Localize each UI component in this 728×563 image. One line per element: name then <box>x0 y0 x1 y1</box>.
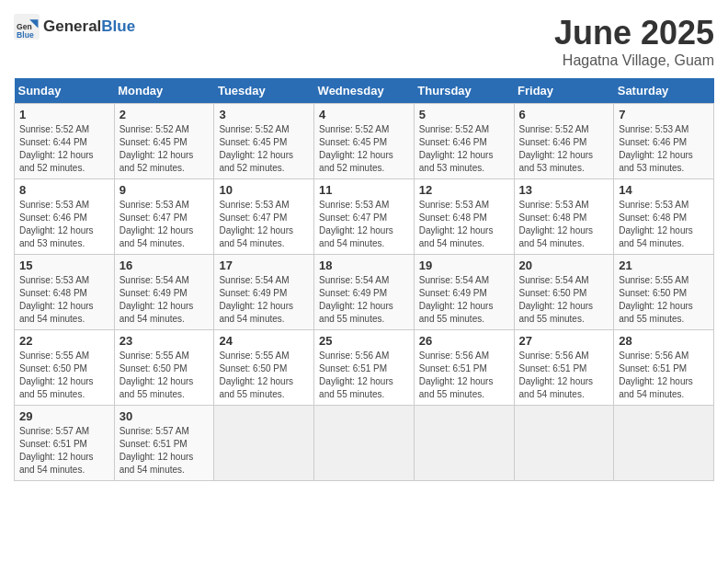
table-row: 1Sunrise: 5:52 AMSunset: 6:44 PMDaylight… <box>15 104 115 179</box>
calendar-table: Sunday Monday Tuesday Wednesday Thursday… <box>14 78 714 481</box>
table-row: 28Sunrise: 5:56 AMSunset: 6:51 PMDayligh… <box>614 330 714 406</box>
table-row: 19Sunrise: 5:54 AMSunset: 6:49 PMDayligh… <box>414 255 514 330</box>
day-number: 2 <box>119 108 210 121</box>
day-info: Sunrise: 5:53 AMSunset: 6:48 PMDaylight:… <box>519 199 609 250</box>
day-number: 13 <box>519 183 609 197</box>
table-row: 24Sunrise: 5:55 AMSunset: 6:50 PMDayligh… <box>214 330 314 406</box>
day-number: 12 <box>419 183 509 197</box>
day-number: 22 <box>19 334 109 348</box>
day-info: Sunrise: 5:52 AMSunset: 6:45 PMDaylight:… <box>319 123 409 175</box>
day-number: 3 <box>219 108 309 121</box>
day-number: 6 <box>519 108 609 121</box>
table-row: 7Sunrise: 5:53 AMSunset: 6:46 PMDaylight… <box>614 104 714 179</box>
table-row: 14Sunrise: 5:53 AMSunset: 6:48 PMDayligh… <box>614 179 714 255</box>
logo-icon: Gen Blue <box>14 14 40 40</box>
day-info: Sunrise: 5:54 AMSunset: 6:49 PMDaylight:… <box>419 274 509 326</box>
table-row <box>414 406 514 481</box>
logo-general-text: General <box>43 17 101 36</box>
day-number: 7 <box>619 108 709 121</box>
day-info: Sunrise: 5:53 AMSunset: 6:46 PMDaylight:… <box>619 123 709 175</box>
table-row: 13Sunrise: 5:53 AMSunset: 6:48 PMDayligh… <box>514 179 614 255</box>
svg-text:Blue: Blue <box>17 30 34 40</box>
logo-blue-text: Blue <box>101 17 135 36</box>
day-number: 14 <box>619 183 709 197</box>
calendar-week-row: 15Sunrise: 5:53 AMSunset: 6:48 PMDayligh… <box>15 255 714 330</box>
day-number: 24 <box>219 334 309 348</box>
location-title: Hagatna Village, Guam <box>554 52 714 69</box>
day-info: Sunrise: 5:52 AMSunset: 6:46 PMDaylight:… <box>519 123 609 175</box>
calendar-body: 1Sunrise: 5:52 AMSunset: 6:44 PMDaylight… <box>15 104 714 481</box>
col-monday: Monday <box>114 78 214 104</box>
day-number: 19 <box>419 259 509 272</box>
table-row <box>314 406 415 481</box>
day-number: 30 <box>119 409 210 423</box>
day-info: Sunrise: 5:54 AMSunset: 6:49 PMDaylight:… <box>319 274 409 326</box>
table-row: 2Sunrise: 5:52 AMSunset: 6:45 PMDaylight… <box>114 104 214 179</box>
day-info: Sunrise: 5:53 AMSunset: 6:48 PMDaylight:… <box>619 199 709 250</box>
table-row: 3Sunrise: 5:52 AMSunset: 6:45 PMDaylight… <box>214 104 314 179</box>
table-row: 26Sunrise: 5:56 AMSunset: 6:51 PMDayligh… <box>414 330 514 406</box>
table-row: 8Sunrise: 5:53 AMSunset: 6:46 PMDaylight… <box>15 179 115 255</box>
day-info: Sunrise: 5:54 AMSunset: 6:50 PMDaylight:… <box>519 274 609 326</box>
col-saturday: Saturday <box>614 78 714 104</box>
col-thursday: Thursday <box>414 78 514 104</box>
day-number: 1 <box>19 108 109 121</box>
day-number: 25 <box>319 334 409 348</box>
day-info: Sunrise: 5:55 AMSunset: 6:50 PMDaylight:… <box>119 350 210 401</box>
day-number: 5 <box>419 108 509 121</box>
col-tuesday: Tuesday <box>214 78 314 104</box>
day-number: 15 <box>19 259 109 272</box>
day-info: Sunrise: 5:52 AMSunset: 6:44 PMDaylight:… <box>19 123 109 175</box>
day-info: Sunrise: 5:57 AMSunset: 6:51 PMDaylight:… <box>19 425 109 477</box>
day-number: 27 <box>519 334 609 348</box>
table-row: 15Sunrise: 5:53 AMSunset: 6:48 PMDayligh… <box>15 255 115 330</box>
day-number: 10 <box>219 183 309 197</box>
day-info: Sunrise: 5:56 AMSunset: 6:51 PMDaylight:… <box>419 350 509 401</box>
table-row: 20Sunrise: 5:54 AMSunset: 6:50 PMDayligh… <box>514 255 614 330</box>
calendar-header-row: Sunday Monday Tuesday Wednesday Thursday… <box>15 78 714 104</box>
day-info: Sunrise: 5:54 AMSunset: 6:49 PMDaylight:… <box>119 274 210 326</box>
page-header: Gen Blue GeneralBlue June 2025 Hagatna V… <box>14 14 714 69</box>
title-area: June 2025 Hagatna Village, Guam <box>554 14 714 69</box>
table-row: 16Sunrise: 5:54 AMSunset: 6:49 PMDayligh… <box>114 255 214 330</box>
table-row: 10Sunrise: 5:53 AMSunset: 6:47 PMDayligh… <box>214 179 314 255</box>
table-row: 22Sunrise: 5:55 AMSunset: 6:50 PMDayligh… <box>15 330 115 406</box>
day-number: 9 <box>119 183 210 197</box>
month-title: June 2025 <box>554 14 714 52</box>
calendar-week-row: 8Sunrise: 5:53 AMSunset: 6:46 PMDaylight… <box>15 179 714 255</box>
calendar-week-row: 1Sunrise: 5:52 AMSunset: 6:44 PMDaylight… <box>15 104 714 179</box>
table-row <box>614 406 714 481</box>
day-info: Sunrise: 5:55 AMSunset: 6:50 PMDaylight:… <box>19 350 109 401</box>
day-info: Sunrise: 5:56 AMSunset: 6:51 PMDaylight:… <box>519 350 609 401</box>
col-wednesday: Wednesday <box>314 78 415 104</box>
day-info: Sunrise: 5:56 AMSunset: 6:51 PMDaylight:… <box>319 350 409 401</box>
day-number: 20 <box>519 259 609 272</box>
day-number: 23 <box>119 334 210 348</box>
day-number: 17 <box>219 259 309 272</box>
day-info: Sunrise: 5:55 AMSunset: 6:50 PMDaylight:… <box>619 274 709 326</box>
day-info: Sunrise: 5:52 AMSunset: 6:46 PMDaylight:… <box>419 123 509 175</box>
day-number: 8 <box>19 183 109 197</box>
day-number: 29 <box>19 409 109 423</box>
day-info: Sunrise: 5:52 AMSunset: 6:45 PMDaylight:… <box>119 123 210 175</box>
day-number: 28 <box>619 334 709 348</box>
table-row: 6Sunrise: 5:52 AMSunset: 6:46 PMDaylight… <box>514 104 614 179</box>
calendar-week-row: 22Sunrise: 5:55 AMSunset: 6:50 PMDayligh… <box>15 330 714 406</box>
table-row: 25Sunrise: 5:56 AMSunset: 6:51 PMDayligh… <box>314 330 415 406</box>
table-row: 5Sunrise: 5:52 AMSunset: 6:46 PMDaylight… <box>414 104 514 179</box>
table-row: 30Sunrise: 5:57 AMSunset: 6:51 PMDayligh… <box>114 406 214 481</box>
day-number: 21 <box>619 259 709 272</box>
table-row <box>514 406 614 481</box>
table-row: 4Sunrise: 5:52 AMSunset: 6:45 PMDaylight… <box>314 104 415 179</box>
table-row: 12Sunrise: 5:53 AMSunset: 6:48 PMDayligh… <box>414 179 514 255</box>
calendar-week-row: 29Sunrise: 5:57 AMSunset: 6:51 PMDayligh… <box>15 406 714 481</box>
table-row: 11Sunrise: 5:53 AMSunset: 6:47 PMDayligh… <box>314 179 415 255</box>
logo: Gen Blue GeneralBlue <box>14 14 135 40</box>
table-row: 18Sunrise: 5:54 AMSunset: 6:49 PMDayligh… <box>314 255 415 330</box>
table-row: 9Sunrise: 5:53 AMSunset: 6:47 PMDaylight… <box>114 179 214 255</box>
table-row: 21Sunrise: 5:55 AMSunset: 6:50 PMDayligh… <box>614 255 714 330</box>
table-row <box>214 406 314 481</box>
day-number: 26 <box>419 334 509 348</box>
table-row: 29Sunrise: 5:57 AMSunset: 6:51 PMDayligh… <box>15 406 115 481</box>
day-info: Sunrise: 5:57 AMSunset: 6:51 PMDaylight:… <box>119 425 210 477</box>
